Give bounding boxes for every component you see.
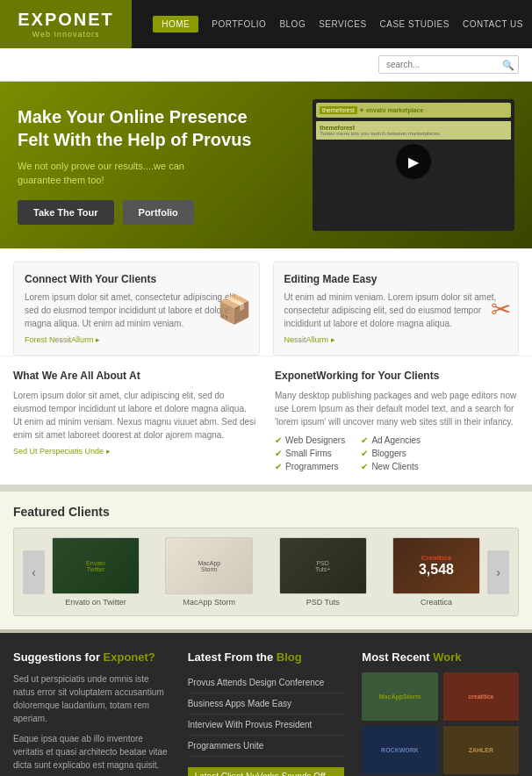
info-section: What We Are All About At Lorem ipsum dol… <box>0 356 532 485</box>
work-grid: MacAppStorm creattica ROCKWORK ZAHLER <box>362 672 519 774</box>
client-3: PSDTuts+ PSD Tuts <box>279 537 367 607</box>
search-icon[interactable]: 🔍 <box>502 59 514 70</box>
client-name-1: Envato on Twitter <box>65 598 126 607</box>
nav-case-studies[interactable]: CASE STUDIES <box>380 19 449 29</box>
client-thumb-1: EnvatoTwitter <box>52 537 140 594</box>
hero-text: Make Your Online PresenceFelt With the H… <box>18 105 313 225</box>
blog-link-highlight[interactable]: Latest Client NuVorks Sounds Off <box>188 767 345 776</box>
nav-contact[interactable]: CONTACT US <box>463 19 523 29</box>
check-list: ✔Web Designers ✔Ad Agencies ✔Small Firms… <box>275 435 519 471</box>
client-1: EnvatoTwitter Envato on Twitter <box>52 537 140 607</box>
blog-item-3: Interview With Provus President <box>188 715 345 736</box>
info-left-link[interactable]: Sed Ut Perspeciatis Unde ▸ <box>13 447 257 456</box>
search-wrapper: 🔍 <box>378 55 519 74</box>
blog-link-4[interactable]: Programmers Unite <box>188 741 345 751</box>
info-left-title: What We Are All About At <box>13 370 257 382</box>
scissors-icon: ✂ <box>491 294 511 323</box>
blog-item-4: Programmers Unite <box>188 736 345 757</box>
header: EXPONET Web Innovators HOME PORTFOLIO BL… <box>0 0 532 48</box>
check-icon-3: ✔ <box>275 449 282 458</box>
featured-clients-section: Featured Clients ‹ EnvatoTwitter Envato … <box>0 492 532 629</box>
work-col: Most Recent Work MacAppStorm creattica R… <box>362 650 519 776</box>
carousel-next[interactable]: › <box>487 550 509 594</box>
check-small-firms: ✔Small Firms <box>275 449 348 458</box>
check-icon-2: ✔ <box>361 435 368 445</box>
check-icon-5: ✔ <box>275 462 282 471</box>
clients-items: EnvatoTwitter Envato on Twitter MacAppSt… <box>52 537 480 607</box>
suggestions-brand: Exponet? <box>104 650 155 664</box>
work-item-4: ZAHLER <box>443 726 519 774</box>
work-item-1: MacAppStorm <box>362 672 437 721</box>
client-name-2: MacApp Storm <box>183 598 236 607</box>
blog-link-3[interactable]: Interview With Provus President <box>188 720 345 729</box>
work-title-bold: Work <box>433 650 461 664</box>
portfolio-button[interactable]: Portfolio <box>123 200 194 225</box>
hero-subtitle: We not only prove our results....we cang… <box>18 160 295 187</box>
feature-edit-link[interactable]: NessitAllurm ▸ <box>284 335 508 344</box>
feature-edit-title: Editing Made Easy <box>284 273 508 285</box>
features-row: Connect With Your Clients Lorem ipsum do… <box>13 262 519 356</box>
check-ad-agencies: ✔Ad Agencies <box>361 435 434 445</box>
feature-connect: Connect With Your Clients Lorem ipsum do… <box>13 262 260 356</box>
main-nav: HOME PORTFOLIO BLOG SERVICES CASE STUDIE… <box>153 16 523 32</box>
client-4: Creattica3,548 Creattica <box>392 537 480 607</box>
hero-buttons: Take The Tour Portfolio <box>18 200 295 225</box>
check-web-designers: ✔Web Designers <box>275 435 348 445</box>
blog-title: Latest From the Blog <box>188 650 345 664</box>
feature-connect-title: Connect With Your Clients <box>25 273 248 285</box>
logo: EXPONET Web Innovators <box>0 0 132 48</box>
info-left-text: Lorem ipsum dolor sit amet, clur adipisc… <box>13 389 257 442</box>
logo-subtitle: Web Innovators <box>32 30 100 39</box>
logo-text: EXPONET <box>18 10 114 30</box>
feature-edit-text: Ut enim ad minim veniam. Lorem ipsum dol… <box>284 291 508 330</box>
nav-blog[interactable]: BLOG <box>279 19 306 29</box>
nav-portfolio[interactable]: PORTFOLIO <box>212 19 266 29</box>
suggestions-text1: Sed ut perspiciatis unde omnis iste natu… <box>13 672 170 725</box>
blog-link-1[interactable]: Provus Attends Design Conference <box>188 678 345 687</box>
blog-link-2[interactable]: Business Apps Made Easy <box>188 699 345 708</box>
blog-item-1: Provus Attends Design Conference <box>188 672 345 693</box>
client-thumb-4: Creattica3,548 <box>392 537 480 594</box>
work-item-3: ROCKWORK <box>362 726 437 774</box>
work-title: Most Recent Work <box>362 650 519 664</box>
hero-title: Make Your Online PresenceFelt With the H… <box>18 105 295 151</box>
take-tour-button[interactable]: Take The Tour <box>18 200 114 225</box>
work-item-2: creattica <box>443 672 519 721</box>
blog-list: Provus Attends Design Conference Busines… <box>188 672 345 776</box>
clients-carousel: ‹ EnvatoTwitter Envato on Twitter MacApp… <box>13 528 519 616</box>
connect-icon: 📦 <box>217 292 252 326</box>
client-thumb-3: PSDTuts+ <box>279 537 367 594</box>
info-right-text: Many desktop publishing packages and web… <box>275 389 519 428</box>
info-left: What We Are All About At Lorem ipsum dol… <box>13 370 257 471</box>
play-button[interactable]: ▶ <box>396 144 431 179</box>
client-name-3: PSD Tuts <box>306 598 340 607</box>
search-bar: 🔍 <box>0 48 532 82</box>
check-icon-1: ✔ <box>275 435 282 445</box>
blog-col: Latest From the Blog Provus Attends Desi… <box>188 650 345 776</box>
check-icon-4: ✔ <box>361 449 368 458</box>
search-input[interactable] <box>378 55 519 74</box>
check-bloggers: ✔Bloggers <box>361 449 434 458</box>
blog-item-5: Latest Client NuVorks Sounds Off <box>188 757 345 776</box>
client-name-4: Creattica <box>421 598 452 607</box>
blog-title-bold: Blog <box>277 650 302 664</box>
feature-edit: Editing Made Easy Ut enim ad minim venia… <box>273 262 520 356</box>
suggestions-title: Suggestions for Exponet? <box>13 650 170 664</box>
feature-connect-link[interactable]: Forest NessitAllurm ▸ <box>25 335 248 344</box>
featured-clients-heading: Featured Clients <box>13 505 519 519</box>
section-divider-1 <box>0 485 532 492</box>
info-right: ExponetWorking for Your Clients Many des… <box>275 370 519 471</box>
check-icon-6: ✔ <box>361 462 368 471</box>
feature-connect-text: Lorem ipsum dolor sit amet, consectetur … <box>25 291 248 330</box>
suggestions-text2: Eaque ipsa quae ab illo inventore verita… <box>13 732 170 772</box>
check-new-clients: ✔New Clients <box>361 462 434 471</box>
features-section: Connect With Your Clients Lorem ipsum do… <box>0 248 532 356</box>
nav-services[interactable]: SERVICES <box>319 19 366 29</box>
nav-home[interactable]: HOME <box>153 16 198 32</box>
bottom-section: Suggestions for Exponet? Sed ut perspici… <box>0 633 532 776</box>
hero-video[interactable]: themeforest ✦ envato marketplace themefo… <box>313 99 514 231</box>
carousel-prev[interactable]: ‹ <box>23 550 45 594</box>
suggestions-col: Suggestions for Exponet? Sed ut perspici… <box>13 650 170 776</box>
info-right-title: ExponetWorking for Your Clients <box>275 370 519 382</box>
check-programmers: ✔Programmers <box>275 462 348 471</box>
